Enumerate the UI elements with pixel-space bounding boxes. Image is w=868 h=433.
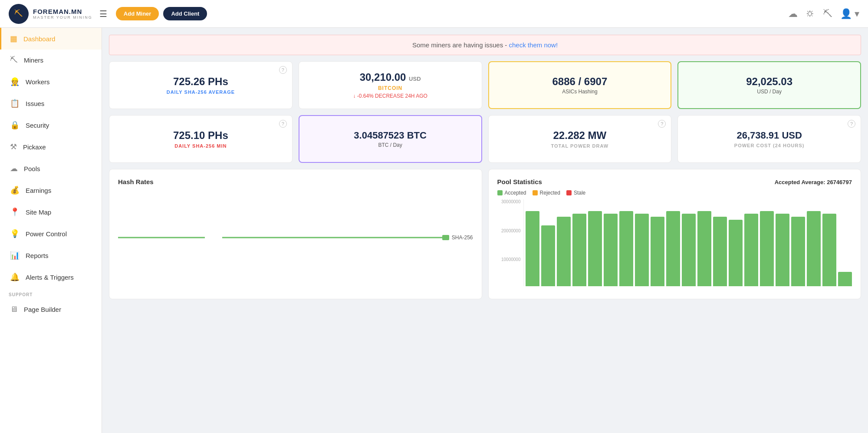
miners-icon: ⛏ — [10, 56, 18, 65]
stat-card-btc-day: 3.04587523 BTC BTC / Day — [299, 115, 482, 163]
sidebar-item-power-control[interactable]: 💡 Power Control — [0, 223, 102, 245]
btc-day-label: BTC / Day — [378, 142, 402, 148]
alert-message: Some miners are having issues - — [412, 41, 509, 49]
sidebar-label-workers: Workers — [26, 78, 50, 86]
pool-bar — [526, 211, 539, 286]
hamburger-icon[interactable]: ☰ — [99, 9, 107, 19]
pool-bar — [651, 217, 664, 286]
sidebar-label-page-builder: Page Builder — [24, 306, 61, 313]
hashrate-chart-area: SHA-256 — [118, 190, 473, 285]
pool-bar — [572, 214, 586, 286]
asics-label: ASICs Hashing — [562, 89, 597, 95]
hashrate-min-help-icon[interactable]: ? — [279, 120, 287, 128]
pool-bar — [682, 214, 696, 286]
pool-bar-wrap — [682, 199, 696, 286]
pool-bar-wrap — [666, 199, 680, 286]
pool-bar — [557, 217, 571, 286]
pickaxe-icon: ⚒ — [10, 142, 17, 152]
sidebar-item-issues[interactable]: 📋 Issues — [0, 93, 102, 114]
pool-bar-wrap — [760, 199, 774, 286]
btc-day-value: 3.04587523 BTC — [354, 130, 427, 141]
y-label-20m: 20000000 — [497, 228, 521, 233]
hashrate-chart-card: Hash Rates SHA-256 — [109, 169, 482, 299]
hashrate-label: DAILY SHA-256 AVERAGE — [167, 89, 235, 95]
power-cost-label: POWER COST (24 HOURS) — [734, 143, 805, 148]
dashboard-icon: ▦ — [10, 34, 17, 43]
power-draw-help-icon[interactable]: ? — [658, 120, 666, 128]
pool-bar — [760, 211, 774, 286]
sha256-legend-label: SHA-256 — [452, 235, 473, 241]
add-client-button[interactable]: Add Client — [163, 7, 207, 20]
sidebar-item-security[interactable]: 🔒 Security — [0, 114, 102, 136]
issues-icon: 📋 — [10, 99, 20, 108]
miner-icon[interactable]: ⛏ — [823, 8, 832, 20]
usd-day-value: 92,025.03 — [746, 76, 792, 88]
pool-bar — [635, 214, 649, 286]
hashrate-help-icon[interactable]: ? — [279, 66, 287, 74]
sidebar-item-pools[interactable]: ☁ Pools — [0, 158, 102, 179]
pool-bars — [523, 199, 852, 286]
pool-bar-wrap — [651, 199, 664, 286]
sidebar-item-alerts[interactable]: 🔔 Alerts & Triggers — [0, 266, 102, 288]
legend-rejected-color — [533, 190, 538, 195]
header: ⛏ FOREMAN.MN MASTER YOUR MINING ☰ Add Mi… — [0, 0, 868, 28]
sidebar-item-earnings[interactable]: 💰 Earnings — [0, 179, 102, 201]
charts-section: Hash Rates SHA-256 Pool Statistics Acc — [102, 169, 868, 306]
reports-icon: 📊 — [10, 251, 20, 260]
pool-bar — [791, 217, 805, 286]
sidebar-label-alerts: Alerts & Triggers — [26, 274, 74, 281]
pool-bar-wrap — [807, 199, 821, 286]
asics-value: 6886 / 6907 — [552, 76, 607, 88]
pool-stats-chart-card: Pool Statistics Accepted Average: 267467… — [488, 169, 861, 299]
pool-bar-wrap — [588, 199, 602, 286]
logo-title: FOREMAN.MN — [33, 8, 92, 15]
legend-accepted-color — [497, 190, 503, 195]
pool-bar-wrap — [713, 199, 727, 286]
sidebar-label-dashboard: Dashboard — [23, 35, 55, 43]
y-label-30m: 30000000 — [497, 199, 521, 204]
power-cost-help-icon[interactable]: ? — [848, 120, 855, 128]
add-miner-button[interactable]: Add Miner — [116, 7, 159, 20]
sitemap-icon: 📍 — [10, 207, 20, 217]
bitcoin-label: BITCOIN — [378, 85, 402, 91]
sidebar-item-pickaxe[interactable]: ⚒ Pickaxe — [0, 136, 102, 158]
pool-bar — [588, 211, 602, 286]
sidebar-label-reports: Reports — [26, 252, 49, 259]
sidebar-item-dashboard[interactable]: ▦ Dashboard — [0, 28, 102, 50]
y-label-10m: 10000000 — [497, 257, 521, 262]
pool-chart-title: Pool Statistics — [497, 178, 542, 185]
pool-bar — [807, 211, 821, 286]
alert-link[interactable]: check them now! — [509, 41, 558, 49]
hashrate-value: 725.26 PHs — [173, 76, 228, 88]
bitcoin-decrease: ↓ -0.64% DECREASE 24H AGO — [353, 93, 427, 99]
stat-card-hashrate: ? 725.26 PHs DAILY SHA-256 AVERAGE — [109, 61, 293, 109]
pool-bar-wrap — [604, 199, 618, 286]
sidebar-item-workers[interactable]: 👷 Workers — [0, 71, 102, 93]
sidebar-item-page-builder[interactable]: 🖥 Page Builder — [0, 299, 102, 320]
legend-stale: Stale — [566, 190, 585, 196]
pool-bar — [604, 214, 618, 286]
alerts-icon: 🔔 — [10, 272, 20, 282]
sha256-legend-color — [442, 235, 449, 240]
sidebar-item-sitemap[interactable]: 📍 Site Map — [0, 201, 102, 223]
sidebar-label-security: Security — [26, 122, 49, 129]
filter-icon[interactable]: ⛭ — [806, 8, 815, 20]
security-icon: 🔒 — [10, 120, 20, 130]
stat-card-power-draw: ? 22.282 MW TOTAL POWER DRAW — [488, 115, 672, 163]
sidebar-label-pickaxe: Pickaxe — [23, 143, 46, 151]
sidebar-label-earnings: Earnings — [26, 187, 51, 194]
user-icon[interactable]: 👤 ▾ — [840, 8, 859, 20]
accepted-avg-value: 26746797 — [827, 179, 852, 185]
hashrate-min-value: 725.10 PHs — [173, 129, 228, 142]
workers-icon: 👷 — [10, 77, 20, 86]
sidebar-item-reports[interactable]: 📊 Reports — [0, 245, 102, 266]
pool-chart-area: 30000000 20000000 10000000 — [497, 199, 852, 286]
pool-bar-wrap — [541, 199, 555, 286]
cloud-icon[interactable]: ☁ — [788, 8, 798, 20]
pool-bar-wrap — [822, 199, 836, 286]
pool-bar — [822, 214, 836, 286]
pool-bar-wrap — [619, 199, 633, 286]
pool-bar — [776, 214, 789, 286]
usd-day-label: USD / Day — [757, 89, 782, 95]
sidebar-item-miners[interactable]: ⛏ Miners — [0, 50, 102, 71]
